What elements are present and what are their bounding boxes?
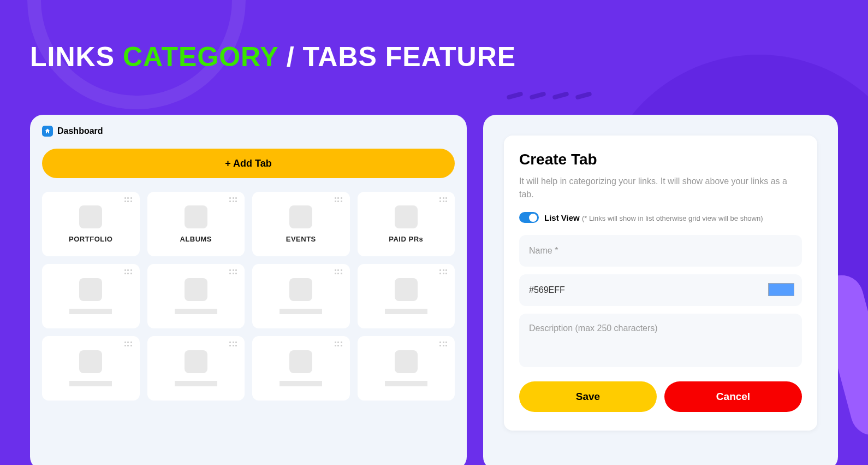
drag-handle-icon[interactable] bbox=[335, 342, 343, 347]
tab-card-placeholder[interactable] bbox=[358, 336, 455, 401]
drag-handle-icon[interactable] bbox=[124, 197, 133, 203]
tab-card-placeholder[interactable] bbox=[147, 264, 245, 328]
tab-card-placeholder[interactable] bbox=[42, 264, 140, 328]
list-view-toggle[interactable] bbox=[519, 212, 539, 223]
tab-thumbnail bbox=[185, 278, 207, 301]
toggle-label-text: List View bbox=[544, 213, 582, 222]
drag-handle-icon[interactable] bbox=[124, 269, 133, 275]
toggle-label: List View (* Links will show in list oth… bbox=[544, 213, 763, 222]
hero-part3: / TABS FEATURE bbox=[278, 42, 516, 72]
add-tab-button[interactable]: + Add Tab bbox=[42, 149, 455, 178]
drag-handle-icon[interactable] bbox=[439, 342, 448, 347]
tab-label: ALBUMS bbox=[180, 235, 212, 243]
tab-thumbnail bbox=[395, 278, 418, 301]
dashboard-panel: Dashboard + Add Tab PORTFOLIO ALBUMS EVE… bbox=[30, 115, 467, 465]
skeleton-line bbox=[280, 309, 322, 314]
tab-thumbnail bbox=[79, 350, 102, 373]
tab-card-placeholder[interactable] bbox=[42, 336, 140, 401]
tab-thumbnail bbox=[395, 205, 418, 228]
tab-thumbnail bbox=[395, 350, 418, 373]
tab-card-events[interactable]: EVENTS bbox=[252, 192, 350, 256]
form-actions: Save Cancel bbox=[519, 381, 802, 412]
skeleton-line bbox=[175, 309, 217, 314]
skeleton-line bbox=[175, 381, 217, 386]
tab-card-placeholder[interactable] bbox=[147, 336, 245, 401]
drag-handle-icon[interactable] bbox=[439, 197, 448, 203]
skeleton-line bbox=[280, 381, 322, 386]
tab-thumbnail bbox=[79, 278, 102, 301]
drag-handle-icon[interactable] bbox=[335, 269, 343, 275]
breadcrumb[interactable]: Dashboard bbox=[42, 126, 455, 137]
drag-handle-icon[interactable] bbox=[229, 269, 238, 275]
tab-card-albums[interactable]: ALBUMS bbox=[147, 192, 245, 256]
tab-card-placeholder[interactable] bbox=[358, 264, 455, 328]
drag-handle-icon[interactable] bbox=[124, 342, 133, 347]
drag-handle-icon[interactable] bbox=[439, 269, 448, 275]
name-field[interactable] bbox=[519, 235, 802, 267]
tab-thumbnail bbox=[289, 205, 312, 228]
description-field[interactable] bbox=[519, 314, 802, 367]
skeleton-line bbox=[385, 309, 427, 314]
tabs-grid: PORTFOLIO ALBUMS EVENTS PAID PRs bbox=[42, 192, 455, 401]
color-field[interactable] bbox=[519, 274, 802, 306]
bg-dashes bbox=[503, 90, 595, 100]
hero-accent: CATEGORY bbox=[123, 42, 278, 72]
tab-label: EVENTS bbox=[286, 235, 316, 243]
tab-thumbnail bbox=[289, 350, 312, 373]
tab-thumbnail bbox=[79, 205, 102, 228]
tab-label: PORTFOLIO bbox=[69, 235, 112, 243]
hero-part1: LINKS bbox=[30, 42, 123, 72]
drag-handle-icon[interactable] bbox=[229, 197, 238, 203]
skeleton-line bbox=[385, 381, 427, 386]
list-view-toggle-row: List View (* Links will show in list oth… bbox=[519, 212, 802, 223]
form-description: It will help in categorizing your links.… bbox=[519, 175, 802, 201]
color-swatch[interactable] bbox=[768, 283, 794, 296]
tab-card-placeholder[interactable] bbox=[252, 336, 350, 401]
tab-thumbnail bbox=[185, 205, 207, 228]
hero-title: LINKS CATEGORY / TABS FEATURE bbox=[30, 41, 516, 73]
tab-card-portfolio[interactable]: PORTFOLIO bbox=[42, 192, 140, 256]
skeleton-line bbox=[69, 381, 112, 386]
form-title: Create Tab bbox=[519, 151, 802, 168]
home-icon bbox=[42, 126, 53, 137]
toggle-note: (* Links will show in list otherwise gri… bbox=[582, 214, 763, 222]
drag-handle-icon[interactable] bbox=[229, 342, 238, 347]
cancel-button[interactable]: Cancel bbox=[664, 381, 802, 412]
tab-label: PAID PRs bbox=[389, 235, 423, 243]
tab-thumbnail bbox=[289, 278, 312, 301]
breadcrumb-label: Dashboard bbox=[57, 126, 103, 136]
save-button[interactable]: Save bbox=[519, 381, 657, 412]
skeleton-line bbox=[69, 309, 112, 314]
create-tab-form: Create Tab It will help in categorizing … bbox=[504, 136, 817, 431]
tab-card-paid-prs[interactable]: PAID PRs bbox=[358, 192, 455, 256]
tab-card-placeholder[interactable] bbox=[252, 264, 350, 328]
drag-handle-icon[interactable] bbox=[335, 197, 343, 203]
tab-thumbnail bbox=[185, 350, 207, 373]
create-tab-panel: Create Tab It will help in categorizing … bbox=[483, 115, 838, 465]
